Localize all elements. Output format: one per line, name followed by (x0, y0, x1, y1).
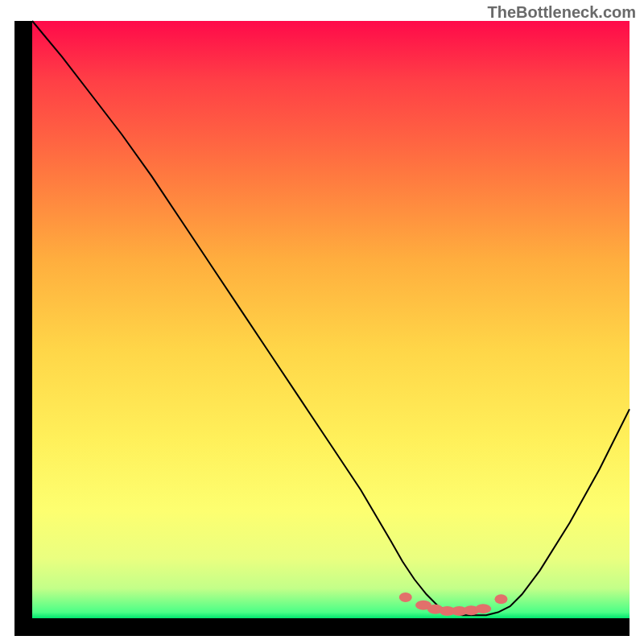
watermark-text: TheBottleneck.com (488, 3, 636, 22)
marker-dot (494, 594, 507, 604)
marker-dot (399, 592, 412, 602)
optimal-markers (399, 592, 508, 616)
plot-frame (14, 21, 630, 636)
plot-area (32, 21, 630, 618)
bottleneck-curve (32, 21, 630, 615)
chart-container: TheBottleneck.com (0, 0, 644, 644)
marker-dot (475, 604, 491, 613)
chart-svg (32, 21, 630, 618)
